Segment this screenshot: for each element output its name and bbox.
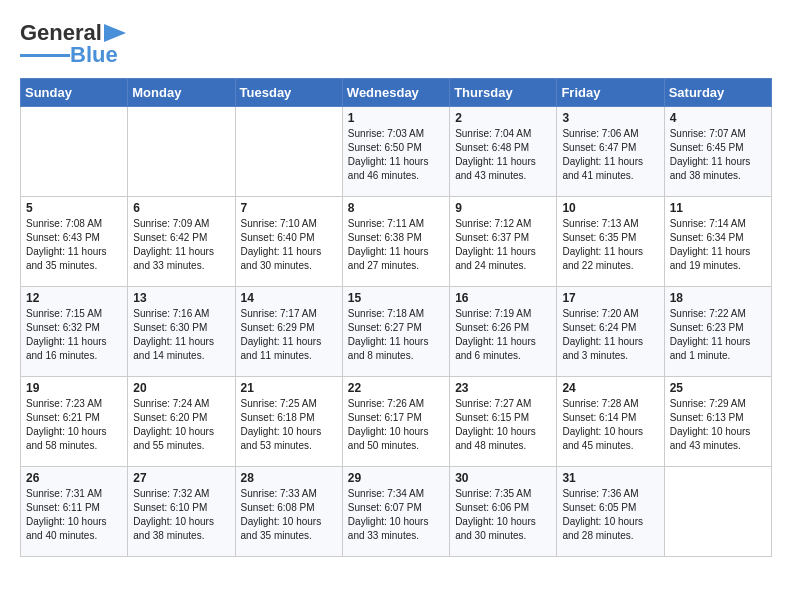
calendar-cell: 1Sunrise: 7:03 AM Sunset: 6:50 PM Daylig… <box>342 107 449 197</box>
calendar-week-row: 5Sunrise: 7:08 AM Sunset: 6:43 PM Daylig… <box>21 197 772 287</box>
calendar-cell <box>21 107 128 197</box>
weekday-header: Monday <box>128 79 235 107</box>
calendar-cell: 2Sunrise: 7:04 AM Sunset: 6:48 PM Daylig… <box>450 107 557 197</box>
calendar-body: 1Sunrise: 7:03 AM Sunset: 6:50 PM Daylig… <box>21 107 772 557</box>
day-number: 26 <box>26 471 122 485</box>
day-info: Sunrise: 7:11 AM Sunset: 6:38 PM Dayligh… <box>348 217 444 273</box>
calendar-week-row: 12Sunrise: 7:15 AM Sunset: 6:32 PM Dayli… <box>21 287 772 377</box>
day-number: 12 <box>26 291 122 305</box>
day-number: 23 <box>455 381 551 395</box>
calendar-cell <box>664 467 771 557</box>
day-number: 1 <box>348 111 444 125</box>
calendar-cell: 20Sunrise: 7:24 AM Sunset: 6:20 PM Dayli… <box>128 377 235 467</box>
calendar-cell: 27Sunrise: 7:32 AM Sunset: 6:10 PM Dayli… <box>128 467 235 557</box>
calendar-week-row: 1Sunrise: 7:03 AM Sunset: 6:50 PM Daylig… <box>21 107 772 197</box>
weekday-header: Sunday <box>21 79 128 107</box>
day-info: Sunrise: 7:33 AM Sunset: 6:08 PM Dayligh… <box>241 487 337 543</box>
calendar-cell: 22Sunrise: 7:26 AM Sunset: 6:17 PM Dayli… <box>342 377 449 467</box>
calendar-cell: 16Sunrise: 7:19 AM Sunset: 6:26 PM Dayli… <box>450 287 557 377</box>
day-info: Sunrise: 7:04 AM Sunset: 6:48 PM Dayligh… <box>455 127 551 183</box>
calendar-cell: 13Sunrise: 7:16 AM Sunset: 6:30 PM Dayli… <box>128 287 235 377</box>
day-info: Sunrise: 7:17 AM Sunset: 6:29 PM Dayligh… <box>241 307 337 363</box>
day-info: Sunrise: 7:20 AM Sunset: 6:24 PM Dayligh… <box>562 307 658 363</box>
logo-arrow-icon <box>104 24 126 42</box>
day-info: Sunrise: 7:34 AM Sunset: 6:07 PM Dayligh… <box>348 487 444 543</box>
calendar-cell <box>128 107 235 197</box>
day-info: Sunrise: 7:10 AM Sunset: 6:40 PM Dayligh… <box>241 217 337 273</box>
day-number: 5 <box>26 201 122 215</box>
page-header: General Blue <box>20 20 772 68</box>
day-info: Sunrise: 7:24 AM Sunset: 6:20 PM Dayligh… <box>133 397 229 453</box>
day-number: 15 <box>348 291 444 305</box>
day-info: Sunrise: 7:25 AM Sunset: 6:18 PM Dayligh… <box>241 397 337 453</box>
day-number: 7 <box>241 201 337 215</box>
svg-marker-0 <box>104 24 126 42</box>
day-number: 22 <box>348 381 444 395</box>
day-info: Sunrise: 7:15 AM Sunset: 6:32 PM Dayligh… <box>26 307 122 363</box>
calendar-header-row: SundayMondayTuesdayWednesdayThursdayFrid… <box>21 79 772 107</box>
day-number: 2 <box>455 111 551 125</box>
calendar-cell: 8Sunrise: 7:11 AM Sunset: 6:38 PM Daylig… <box>342 197 449 287</box>
day-number: 21 <box>241 381 337 395</box>
day-info: Sunrise: 7:23 AM Sunset: 6:21 PM Dayligh… <box>26 397 122 453</box>
day-info: Sunrise: 7:19 AM Sunset: 6:26 PM Dayligh… <box>455 307 551 363</box>
calendar-cell: 28Sunrise: 7:33 AM Sunset: 6:08 PM Dayli… <box>235 467 342 557</box>
day-number: 10 <box>562 201 658 215</box>
day-number: 3 <box>562 111 658 125</box>
day-info: Sunrise: 7:28 AM Sunset: 6:14 PM Dayligh… <box>562 397 658 453</box>
calendar-cell: 31Sunrise: 7:36 AM Sunset: 6:05 PM Dayli… <box>557 467 664 557</box>
day-info: Sunrise: 7:16 AM Sunset: 6:30 PM Dayligh… <box>133 307 229 363</box>
day-number: 14 <box>241 291 337 305</box>
day-info: Sunrise: 7:26 AM Sunset: 6:17 PM Dayligh… <box>348 397 444 453</box>
day-info: Sunrise: 7:35 AM Sunset: 6:06 PM Dayligh… <box>455 487 551 543</box>
day-info: Sunrise: 7:18 AM Sunset: 6:27 PM Dayligh… <box>348 307 444 363</box>
day-info: Sunrise: 7:07 AM Sunset: 6:45 PM Dayligh… <box>670 127 766 183</box>
day-number: 31 <box>562 471 658 485</box>
calendar-cell: 9Sunrise: 7:12 AM Sunset: 6:37 PM Daylig… <box>450 197 557 287</box>
calendar-cell: 11Sunrise: 7:14 AM Sunset: 6:34 PM Dayli… <box>664 197 771 287</box>
day-info: Sunrise: 7:06 AM Sunset: 6:47 PM Dayligh… <box>562 127 658 183</box>
calendar-cell: 26Sunrise: 7:31 AM Sunset: 6:11 PM Dayli… <box>21 467 128 557</box>
day-number: 11 <box>670 201 766 215</box>
calendar-cell: 14Sunrise: 7:17 AM Sunset: 6:29 PM Dayli… <box>235 287 342 377</box>
calendar-week-row: 26Sunrise: 7:31 AM Sunset: 6:11 PM Dayli… <box>21 467 772 557</box>
calendar-cell: 4Sunrise: 7:07 AM Sunset: 6:45 PM Daylig… <box>664 107 771 197</box>
calendar-cell: 29Sunrise: 7:34 AM Sunset: 6:07 PM Dayli… <box>342 467 449 557</box>
logo-blue: Blue <box>70 42 118 68</box>
weekday-header: Wednesday <box>342 79 449 107</box>
day-number: 8 <box>348 201 444 215</box>
calendar-cell: 30Sunrise: 7:35 AM Sunset: 6:06 PM Dayli… <box>450 467 557 557</box>
day-number: 19 <box>26 381 122 395</box>
day-number: 27 <box>133 471 229 485</box>
calendar-cell: 19Sunrise: 7:23 AM Sunset: 6:21 PM Dayli… <box>21 377 128 467</box>
calendar-cell: 6Sunrise: 7:09 AM Sunset: 6:42 PM Daylig… <box>128 197 235 287</box>
day-info: Sunrise: 7:08 AM Sunset: 6:43 PM Dayligh… <box>26 217 122 273</box>
calendar-cell: 10Sunrise: 7:13 AM Sunset: 6:35 PM Dayli… <box>557 197 664 287</box>
day-number: 20 <box>133 381 229 395</box>
calendar-cell: 23Sunrise: 7:27 AM Sunset: 6:15 PM Dayli… <box>450 377 557 467</box>
calendar-cell: 24Sunrise: 7:28 AM Sunset: 6:14 PM Dayli… <box>557 377 664 467</box>
calendar-cell: 25Sunrise: 7:29 AM Sunset: 6:13 PM Dayli… <box>664 377 771 467</box>
day-info: Sunrise: 7:12 AM Sunset: 6:37 PM Dayligh… <box>455 217 551 273</box>
weekday-header: Thursday <box>450 79 557 107</box>
calendar-cell: 5Sunrise: 7:08 AM Sunset: 6:43 PM Daylig… <box>21 197 128 287</box>
calendar-cell <box>235 107 342 197</box>
day-info: Sunrise: 7:14 AM Sunset: 6:34 PM Dayligh… <box>670 217 766 273</box>
weekday-header: Tuesday <box>235 79 342 107</box>
day-info: Sunrise: 7:22 AM Sunset: 6:23 PM Dayligh… <box>670 307 766 363</box>
weekday-header: Saturday <box>664 79 771 107</box>
calendar-cell: 18Sunrise: 7:22 AM Sunset: 6:23 PM Dayli… <box>664 287 771 377</box>
day-number: 9 <box>455 201 551 215</box>
calendar-cell: 17Sunrise: 7:20 AM Sunset: 6:24 PM Dayli… <box>557 287 664 377</box>
day-number: 28 <box>241 471 337 485</box>
day-info: Sunrise: 7:36 AM Sunset: 6:05 PM Dayligh… <box>562 487 658 543</box>
calendar-table: SundayMondayTuesdayWednesdayThursdayFrid… <box>20 78 772 557</box>
calendar-cell: 15Sunrise: 7:18 AM Sunset: 6:27 PM Dayli… <box>342 287 449 377</box>
day-number: 29 <box>348 471 444 485</box>
calendar-cell: 12Sunrise: 7:15 AM Sunset: 6:32 PM Dayli… <box>21 287 128 377</box>
day-number: 30 <box>455 471 551 485</box>
day-number: 18 <box>670 291 766 305</box>
day-number: 13 <box>133 291 229 305</box>
day-number: 4 <box>670 111 766 125</box>
calendar-cell: 3Sunrise: 7:06 AM Sunset: 6:47 PM Daylig… <box>557 107 664 197</box>
